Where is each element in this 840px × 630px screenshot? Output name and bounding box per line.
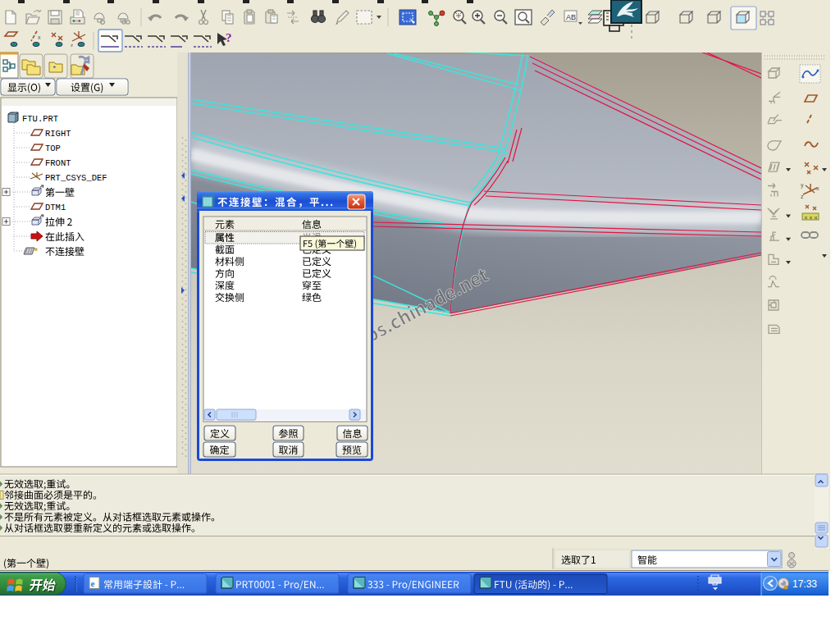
svg-text:z: z (71, 43, 73, 48)
svg-text:y: y (801, 182, 804, 189)
svg-text:17:33: 17:33 (792, 578, 817, 590)
svg-text:z: z (801, 194, 804, 199)
svg-text:FTU.PRT: FTU.PRT (22, 114, 58, 124)
svg-text:TOP: TOP (45, 144, 61, 153)
svg-text:PRT_CSYS_DEF: PRT_CSYS_DEF (45, 173, 107, 183)
svg-text:RIGHT: RIGHT (45, 129, 71, 139)
svg-text:FRONT: FRONT (45, 158, 71, 168)
svg-text:*: * (34, 247, 38, 256)
svg-text:x: x (816, 185, 819, 191)
svg-text:e: e (91, 578, 95, 588)
svg-text:x: x (38, 34, 41, 40)
svg-text:*: * (53, 64, 57, 72)
svg-text:DTM1: DTM1 (45, 203, 66, 212)
svg-text:?: ? (226, 31, 232, 44)
svg-text:AB: AB (566, 13, 576, 21)
